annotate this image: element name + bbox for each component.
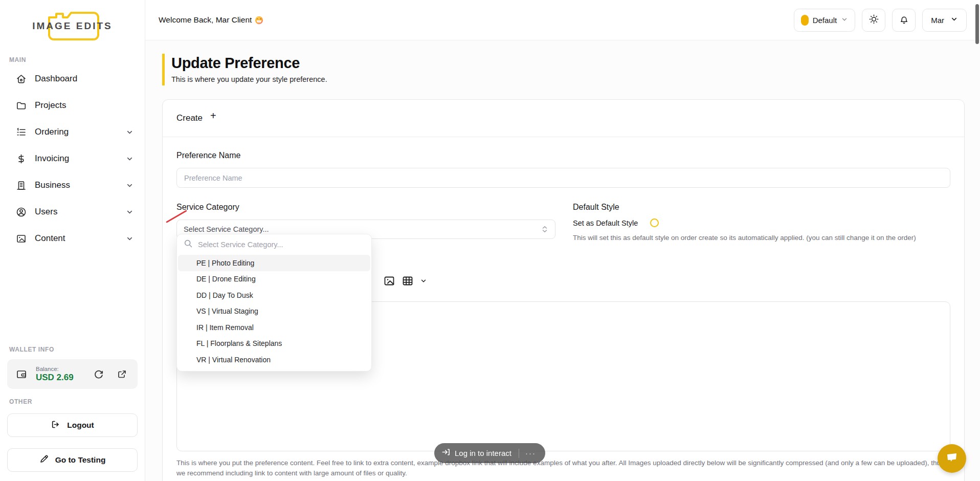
card-body: Preference Name Service Category Select … (163, 137, 964, 481)
chevron-down-icon[interactable] (420, 277, 427, 285)
sidebar-section-other: OTHER (9, 398, 145, 405)
user-circle-icon (15, 206, 27, 217)
dropdown-option-drone-editing[interactable]: DE | Drone Editing (178, 271, 370, 288)
refresh-icon[interactable] (93, 368, 104, 380)
preference-name-label: Preference Name (176, 151, 950, 160)
dropdown-search-placeholder: Select Service Category... (198, 240, 283, 249)
sidebar-item-users[interactable]: Users (5, 199, 140, 225)
sidebar-item-invoicing[interactable]: Invoicing (5, 145, 140, 172)
sidebar-item-projects[interactable]: Projects (5, 92, 140, 119)
sidebar-item-label: Business (35, 180, 70, 190)
search-icon (184, 239, 193, 250)
chevron-down-icon (950, 15, 958, 25)
sun-icon (868, 14, 879, 27)
chevron-down-icon (126, 235, 133, 243)
page-heading: Update Preference This is where you upda… (162, 54, 980, 85)
dropdown-option-virtual-renovation[interactable]: VR | Virtual Renovation (178, 352, 370, 368)
sidebar-item-ordering[interactable]: Ordering (5, 119, 140, 145)
sidebar-nav: Dashboard Projects Ordering Invoicing (0, 65, 145, 252)
dropdown-option-item-removal[interactable]: IR | Item Removal (178, 319, 370, 336)
logout-button[interactable]: Logout (7, 413, 138, 437)
login-to-interact-button[interactable]: Log in to interact ··· (434, 443, 545, 463)
sidebar-item-label: Invoicing (35, 154, 69, 164)
preference-name-input[interactable] (176, 168, 950, 188)
add-icon[interactable]: + (210, 110, 216, 122)
go-to-testing-label: Go to Testing (55, 455, 106, 465)
notifications-button[interactable] (892, 9, 916, 32)
building-icon (15, 180, 27, 191)
dropdown-search[interactable]: Select Service Category... (177, 234, 371, 255)
theme-toggle-button[interactable] (862, 9, 885, 32)
image-upload-icon[interactable] (383, 275, 395, 287)
card-header: Create + (163, 100, 964, 137)
updown-chevron-icon (541, 225, 548, 233)
home-icon (15, 73, 27, 84)
theme-color-swatch (801, 15, 809, 26)
bell-icon (899, 14, 909, 27)
sidebar-item-label: Content (35, 233, 65, 244)
theme-label: Default (813, 16, 837, 25)
image-icon (15, 233, 27, 244)
sidebar-item-business[interactable]: Business (5, 172, 140, 199)
ordered-list-icon (15, 126, 27, 138)
top-header: Welcome Back, Mar Client Default (145, 0, 980, 40)
external-link-icon[interactable] (117, 369, 127, 380)
wallet-card: Balance: USD 2.69 (7, 359, 138, 389)
service-category-dropdown: Select Service Category... PE | Photo Ed… (176, 234, 372, 371)
login-label: Log in to interact (455, 449, 511, 457)
login-arrow-icon (441, 448, 450, 458)
sidebar: IMAGE EDITS MAIN Dashboard Projects Orde… (0, 0, 145, 481)
dollar-icon (15, 153, 27, 164)
logout-icon (51, 420, 60, 431)
pen-icon (39, 454, 49, 466)
sidebar-section-main: MAIN (9, 56, 145, 63)
dropdown-option-virtual-staging[interactable]: VS | Virtual Staging (178, 303, 370, 320)
sidebar-item-dashboard[interactable]: Dashboard (5, 65, 140, 92)
scrollbar-thumb[interactable] (975, 4, 979, 44)
default-style-title: Default Style (573, 203, 950, 212)
dropdown-option-day-to-dusk[interactable]: DD | Day To Dusk (178, 287, 370, 303)
create-title: Create (176, 113, 203, 123)
sidebar-item-label: Dashboard (35, 74, 77, 84)
sidebar-item-content[interactable]: Content (5, 225, 140, 252)
welcome-message: Welcome Back, Mar Client (159, 15, 263, 25)
chevron-down-icon (126, 208, 133, 216)
service-category-label: Service Category (176, 203, 555, 212)
sidebar-item-label: Users (35, 207, 57, 217)
page-title: Update Preference (171, 55, 980, 72)
chevron-down-icon (126, 155, 133, 163)
chat-bubble-icon (945, 450, 959, 467)
chevron-down-icon (126, 182, 133, 189)
preference-card: Create + Preference Name Service Categor… (162, 99, 965, 481)
more-options-button[interactable]: ··· (519, 449, 542, 457)
default-style-help: This will set this as default style on o… (573, 234, 950, 242)
theme-selector[interactable]: Default (794, 9, 856, 32)
folder-icon (15, 100, 27, 111)
balance-value: USD 2.69 (36, 373, 74, 383)
chevron-down-icon (841, 16, 848, 25)
sidebar-item-label: Ordering (35, 127, 69, 137)
user-name: Mar (931, 16, 944, 25)
dropdown-option-floorplans[interactable]: FL | Floorplans & Siteplans (178, 336, 370, 352)
logo-text: IMAGE EDITS (27, 20, 119, 32)
smiley-emoji (255, 16, 263, 25)
balance-label: Balance: (36, 366, 74, 372)
table-icon[interactable] (402, 275, 414, 287)
go-to-testing-button[interactable]: Go to Testing (7, 448, 138, 472)
sidebar-item-label: Projects (35, 100, 66, 111)
service-category-value: Select Service Category... (184, 225, 269, 233)
sidebar-section-wallet: WALLET INFO (9, 346, 145, 353)
chevron-down-icon (126, 128, 133, 136)
dropdown-option-photo-editing[interactable]: PE | Photo Editing (178, 255, 370, 271)
wallet-icon (15, 368, 28, 380)
content-help-text: This is where you put the preference con… (176, 458, 950, 479)
logout-label: Logout (67, 421, 94, 430)
set-default-style-label: Set as Default Style (573, 219, 638, 227)
default-style-radio[interactable] (650, 218, 659, 227)
user-menu[interactable]: Mar (922, 9, 967, 32)
app-logo[interactable]: IMAGE EDITS (0, 0, 145, 47)
page-subtitle: This is where you update your style pref… (171, 75, 980, 83)
chat-widget-button[interactable] (938, 444, 966, 473)
